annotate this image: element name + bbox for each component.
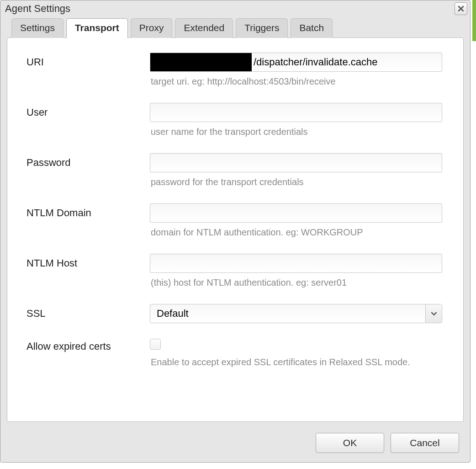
- uri-hint: target uri. eg: http://localhost:4503/bi…: [151, 75, 444, 87]
- close-button[interactable]: [455, 2, 467, 15]
- tab-batch[interactable]: Batch: [291, 18, 333, 38]
- allow-expired-hint: Enable to accept expired SSL certificate…: [151, 356, 444, 368]
- allow-expired-field: Allow expired certs Enable to accept exp…: [26, 337, 444, 378]
- ntlm-domain-field: NTLM Domain domain for NTLM authenticati…: [26, 203, 444, 248]
- ntlm-host-field: NTLM Host (this) host for NTLM authentic…: [26, 254, 444, 298]
- user-input[interactable]: [150, 103, 442, 122]
- chevron-down-icon: [431, 308, 437, 320]
- password-label: Password: [26, 153, 150, 169]
- ssl-field: SSL Default: [26, 304, 444, 331]
- tabstrip: Settings Transport Proxy Extended Trigge…: [0, 18, 470, 38]
- cancel-button[interactable]: Cancel: [391, 433, 459, 453]
- ntlm-domain-input[interactable]: [150, 203, 442, 223]
- user-field: User user name for the transport credent…: [26, 103, 444, 148]
- user-label: User: [26, 103, 150, 118]
- dialog-button-bar: OK Cancel: [0, 428, 470, 462]
- tab-transport[interactable]: Transport: [66, 18, 128, 38]
- tab-extended[interactable]: Extended: [175, 18, 233, 38]
- tab-proxy[interactable]: Proxy: [131, 18, 173, 38]
- password-hint: password for the transport credentials: [151, 176, 444, 188]
- ntlm-host-input[interactable]: [150, 254, 442, 273]
- ntlm-host-hint: (this) host for NTLM authentication. eg:…: [151, 277, 444, 288]
- ok-button[interactable]: OK: [316, 433, 384, 453]
- dialog-title: Agent Settings: [5, 3, 70, 15]
- background-accent-strip: [472, 0, 476, 41]
- uri-field: URI target uri. eg: http://localhost:450…: [26, 53, 444, 97]
- password-field: Password password for the transport cred…: [26, 153, 444, 198]
- ntlm-host-label: NTLM Host: [26, 254, 150, 269]
- password-input[interactable]: [150, 153, 442, 172]
- ntlm-domain-hint: domain for NTLM authentication. eg: WORK…: [151, 226, 444, 238]
- tab-settings[interactable]: Settings: [11, 18, 63, 38]
- ntlm-domain-label: NTLM Domain: [26, 203, 150, 219]
- ssl-dropdown-button[interactable]: [425, 304, 442, 323]
- transport-tab-panel: URI target uri. eg: http://localhost:450…: [7, 37, 464, 422]
- dialog-titlebar: Agent Settings: [0, 0, 470, 18]
- close-icon: [458, 3, 464, 15]
- agent-settings-dialog: Agent Settings Settings Transport Proxy …: [0, 0, 471, 463]
- uri-label: URI: [26, 53, 150, 68]
- ssl-select[interactable]: Default: [150, 304, 442, 323]
- user-hint: user name for the transport credentials: [151, 126, 444, 138]
- allow-expired-label: Allow expired certs: [26, 337, 150, 352]
- redacted-block: [150, 53, 252, 71]
- allow-expired-checkbox[interactable]: [150, 339, 161, 350]
- ssl-label: SSL: [26, 304, 150, 320]
- tab-triggers[interactable]: Triggers: [236, 18, 288, 38]
- ssl-select-value: Default: [155, 308, 189, 320]
